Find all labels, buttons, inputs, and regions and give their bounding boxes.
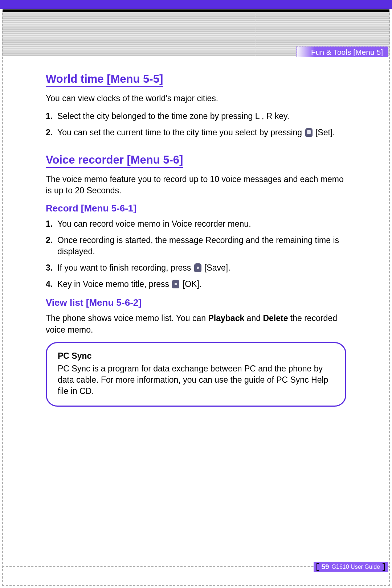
footer-tab: 59 G1610 User Guide <box>314 562 388 572</box>
top-purple-bar <box>0 0 392 9</box>
bracket-icon <box>317 563 319 571</box>
subheading-view-list: View list [Menu 5-6-2] <box>46 297 346 308</box>
step-text: Once recording is started, the message R… <box>57 235 339 256</box>
content-area: World time [Menu 5-5] You can view clock… <box>46 73 346 407</box>
step-key-label: [Save]. <box>204 263 230 272</box>
step-text: You can record voice memo in Voice recor… <box>57 219 251 229</box>
world-time-steps: 1. Select the city belonged to the time … <box>46 111 346 138</box>
text-part: The phone shows voice memo list. You can <box>46 313 208 323</box>
softkey-icon <box>305 128 313 137</box>
text-bold: Playback <box>208 313 244 323</box>
record-steps: 1. You can record voice memo in Voice re… <box>46 218 346 290</box>
list-item: 1. Select the city belonged to the time … <box>46 111 346 122</box>
list-item: 3. If you want to finish recording, pres… <box>46 262 346 274</box>
step-key-label: [OK]. <box>183 279 201 289</box>
step-number: 3. <box>46 262 53 274</box>
text-bold: Delete <box>263 313 288 323</box>
step-text: Select the city belonged to the time zon… <box>57 111 289 121</box>
list-item: 4. Key in Voice memo title, press [OK]. <box>46 279 346 290</box>
heading-voice-recorder: Voice recorder [Menu 5-6] <box>46 153 183 168</box>
step-number: 4. <box>46 279 53 290</box>
softkey-icon <box>194 263 201 272</box>
note-body: PC Sync is a program for data exchange b… <box>58 363 334 397</box>
footer-guide-name: G1610 User Guide <box>332 562 380 572</box>
list-item: 1. You can record voice memo in Voice re… <box>46 218 346 230</box>
header-breadcrumb-tab: Fun & Tools [Menu 5] <box>296 46 388 57</box>
text-part: and <box>244 313 263 323</box>
step-text: If you want to finish recording, press <box>57 263 193 272</box>
step-text: You can set the current time to the city… <box>57 128 305 137</box>
world-time-intro: You can view clocks of the world's major… <box>46 93 346 104</box>
note-box-pc-sync: PC Sync PC Sync is a program for data ex… <box>46 342 346 407</box>
step-number: 1. <box>46 218 53 230</box>
step-number: 2. <box>46 127 53 138</box>
heading-world-time: World time [Menu 5-5] <box>46 73 163 87</box>
list-item: 2. You can set the current time to the c… <box>46 127 346 138</box>
bracket-icon <box>383 563 385 571</box>
page-number: 59 <box>321 562 329 572</box>
header-breadcrumb-text: Fun & Tools [Menu 5] <box>311 48 383 56</box>
step-number: 2. <box>46 235 53 246</box>
step-text: Key in Voice memo title, press <box>57 279 171 289</box>
voice-recorder-intro: The voice memo feature you to record up … <box>46 174 346 196</box>
step-number: 1. <box>46 111 53 122</box>
note-title: PC Sync <box>58 351 334 361</box>
step-key-label: [Set]. <box>315 128 335 137</box>
softkey-icon <box>172 280 179 288</box>
subheading-record: Record [Menu 5-6-1] <box>46 203 346 214</box>
view-list-intro: The phone shows voice memo list. You can… <box>46 313 346 335</box>
list-item: 2. Once recording is started, the messag… <box>46 235 346 257</box>
